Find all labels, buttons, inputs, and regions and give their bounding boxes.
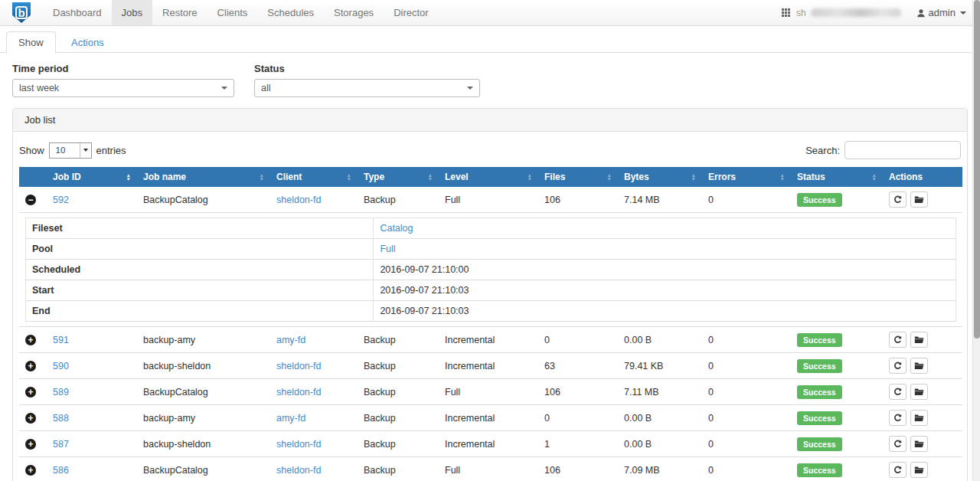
- job-table: Job ID▲▼Job name▲▼Client▲▼Type▲▼Level▲▼F…: [19, 167, 962, 481]
- time-period-select[interactable]: last week: [12, 79, 234, 97]
- job-errors-cell: 0: [702, 327, 791, 353]
- sort-icon[interactable]: ▲▼: [260, 174, 264, 181]
- expand-row-icon[interactable]: +: [25, 413, 36, 424]
- search-input[interactable]: [844, 141, 961, 159]
- status-select[interactable]: all: [254, 79, 480, 97]
- nav-item-clients[interactable]: Clients: [207, 0, 258, 25]
- job-name-cell: BackupCatalog: [137, 187, 270, 213]
- expand-row-icon[interactable]: +: [25, 335, 36, 345]
- restore-job-button[interactable]: [910, 462, 928, 478]
- job-id-link[interactable]: 587: [53, 439, 69, 450]
- user-menu[interactable]: admin: [916, 7, 966, 18]
- client-link[interactable]: sheldon-fd: [276, 387, 321, 398]
- column-header-actions[interactable]: Actions: [883, 167, 962, 187]
- restart-job-button[interactable]: [889, 358, 906, 374]
- detail-row: Start 2016-09-07 21:10:03: [26, 280, 956, 301]
- client-link[interactable]: sheldon-fd: [276, 439, 321, 450]
- sort-icon[interactable]: ▲▼: [347, 174, 351, 181]
- job-files-cell: 63: [538, 353, 618, 379]
- nav-item-restore[interactable]: Restore: [152, 0, 207, 25]
- column-header[interactable]: [19, 167, 47, 187]
- column-header-files[interactable]: Files▲▼: [538, 167, 618, 187]
- job-id-link[interactable]: 591: [53, 335, 69, 345]
- client-link[interactable]: sheldon-fd: [276, 465, 321, 476]
- nav-item-director[interactable]: Director: [384, 0, 439, 25]
- restart-job-button[interactable]: [889, 436, 906, 452]
- column-header-errors[interactable]: Errors▲▼: [702, 167, 791, 187]
- expand-row-icon[interactable]: −: [25, 195, 36, 205]
- expand-row-icon[interactable]: +: [25, 361, 36, 371]
- user-name-label: admin: [929, 7, 956, 18]
- app-logo[interactable]: b: [0, 0, 43, 25]
- job-id-link[interactable]: 588: [53, 413, 69, 424]
- sort-icon[interactable]: ▲▼: [872, 174, 877, 181]
- sort-icon[interactable]: ▲▼: [428, 174, 433, 181]
- restart-job-button[interactable]: [889, 410, 906, 426]
- sort-icon[interactable]: ▲▼: [607, 174, 612, 181]
- sort-icon[interactable]: ▲▼: [126, 174, 131, 181]
- table-row: + 589 BackupCatalog sheldon-fd Backup Fu…: [19, 379, 962, 405]
- detail-value-link[interactable]: Full: [380, 244, 395, 254]
- job-id-link[interactable]: 586: [53, 465, 69, 476]
- restart-job-button[interactable]: [889, 384, 906, 400]
- column-header-job-id[interactable]: Job ID▲▼: [47, 167, 137, 187]
- column-header-bytes[interactable]: Bytes▲▼: [618, 167, 702, 187]
- restore-job-button[interactable]: [910, 191, 928, 208]
- restart-job-button[interactable]: [889, 191, 906, 208]
- nav-item-schedules[interactable]: Schedules: [257, 0, 324, 25]
- column-header-type[interactable]: Type▲▼: [358, 167, 439, 187]
- column-header-client[interactable]: Client▲▼: [270, 167, 358, 187]
- nav-item-dashboard[interactable]: Dashboard: [43, 0, 112, 25]
- column-header-job-name[interactable]: Job name▲▼: [137, 167, 270, 187]
- restore-job-button[interactable]: [910, 358, 928, 374]
- restart-job-button[interactable]: [889, 332, 906, 348]
- client-link[interactable]: amy-fd: [276, 335, 305, 345]
- tab-actions[interactable]: Actions: [59, 31, 116, 54]
- restore-job-button[interactable]: [910, 436, 928, 452]
- show-label: Show: [19, 145, 44, 156]
- expand-row-icon[interactable]: +: [25, 387, 36, 398]
- tab-bar: Show Actions: [0, 26, 980, 53]
- sort-icon[interactable]: ▲▼: [691, 174, 696, 181]
- job-bytes-cell: 79.41 KB: [618, 353, 702, 379]
- sort-icon[interactable]: ▲▼: [528, 174, 532, 181]
- job-table-head: Job ID▲▼Job name▲▼Client▲▼Type▲▼Level▲▼F…: [19, 167, 962, 187]
- restore-job-button[interactable]: [910, 332, 928, 348]
- time-period-filter: Time period last week: [12, 63, 234, 97]
- client-link[interactable]: sheldon-fd: [276, 361, 321, 371]
- job-type-cell: Backup: [358, 327, 439, 353]
- expand-row-icon[interactable]: +: [25, 439, 36, 450]
- folder-icon: [914, 195, 924, 204]
- restore-job-button[interactable]: [910, 410, 928, 426]
- sort-icon[interactable]: ▲▼: [780, 174, 785, 181]
- table-row: + 591 backup-amy amy-fd Backup Increment…: [19, 327, 962, 353]
- folder-icon: [914, 440, 924, 448]
- job-type-cell: Backup: [358, 353, 439, 379]
- job-id-link[interactable]: 592: [53, 195, 69, 205]
- job-id-link[interactable]: 590: [53, 361, 69, 371]
- client-link[interactable]: sheldon-fd: [276, 195, 321, 205]
- restart-icon: [893, 195, 902, 204]
- expand-row-icon[interactable]: +: [25, 465, 36, 476]
- restore-job-button[interactable]: [910, 384, 928, 400]
- client-link[interactable]: amy-fd: [276, 413, 305, 424]
- job-id-link[interactable]: 589: [53, 387, 69, 398]
- tab-show[interactable]: Show: [6, 31, 56, 54]
- restart-job-button[interactable]: [889, 462, 906, 478]
- page-length-select[interactable]: 10: [49, 142, 92, 159]
- job-list-panel: Job list Show 10 entries Search:: [12, 108, 968, 481]
- job-files-cell: 106: [538, 457, 618, 481]
- nav-item-storages[interactable]: Storages: [324, 0, 384, 25]
- detail-value-link[interactable]: Catalog: [380, 223, 413, 234]
- status-badge: Success: [797, 385, 842, 399]
- column-header-status[interactable]: Status▲▼: [791, 167, 883, 187]
- column-header-level[interactable]: Level▲▼: [439, 167, 538, 187]
- vertical-scrollbar[interactable]: [972, 0, 980, 481]
- apps-grid-icon[interactable]: [782, 8, 790, 17]
- job-name-cell: backup-amy: [137, 327, 270, 353]
- scrollbar-thumb[interactable]: [974, 0, 980, 339]
- job-name-cell: backup-amy: [137, 405, 270, 431]
- detail-row: Pool Full: [26, 239, 956, 260]
- table-row: + 588 backup-amy amy-fd Backup Increment…: [19, 405, 962, 431]
- nav-item-jobs[interactable]: Jobs: [112, 0, 152, 25]
